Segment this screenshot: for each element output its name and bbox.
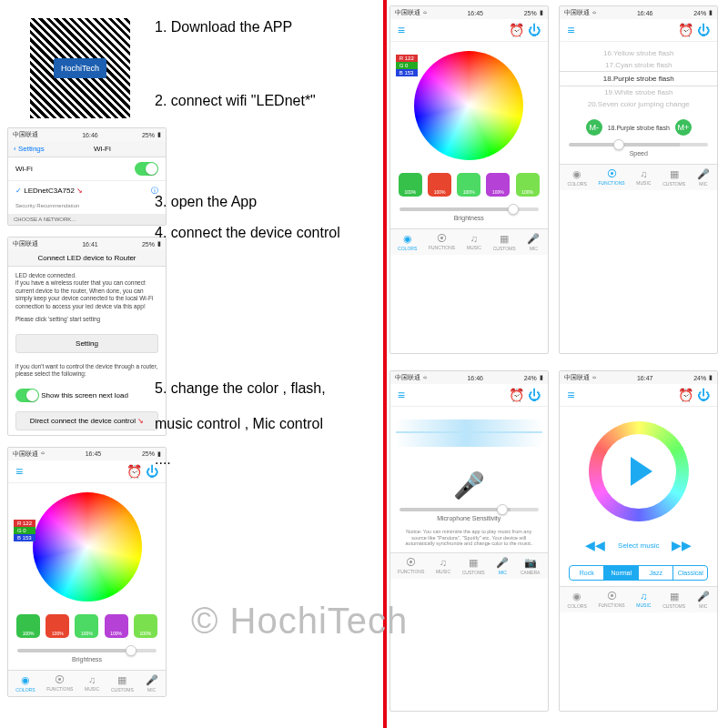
- swatch[interactable]: 100%: [516, 173, 540, 197]
- instruction-3: 3. open the App: [155, 193, 340, 212]
- tab-mic[interactable]: 🎤MIC: [527, 233, 540, 251]
- swatch[interactable]: 100%: [75, 614, 98, 638]
- timer-icon[interactable]: ⏰: [509, 388, 524, 402]
- power-icon[interactable]: ⏻: [528, 388, 541, 402]
- swatch[interactable]: 100%: [428, 173, 451, 197]
- menu-icon[interactable]: ≡: [398, 388, 405, 402]
- menu-icon[interactable]: ≡: [15, 464, 23, 479]
- tab-mic[interactable]: 🎤MIC: [146, 674, 158, 693]
- check-icon: ✓: [15, 187, 22, 195]
- timer-icon[interactable]: ⏰: [509, 23, 524, 37]
- tab-colors[interactable]: ◉COLORS: [568, 168, 587, 187]
- mic-button[interactable]: 🎤: [390, 460, 548, 504]
- tab-customs[interactable]: ▦CUSTOMS: [493, 233, 516, 251]
- wifi-settings-screenshot: 中国联通 16:46 25%▮ ‹ Settings Wi-Fi Wi-Fi ✓…: [7, 127, 167, 226]
- instruction-list: 1. Download the APP 2. connect wifi "LED…: [155, 18, 340, 470]
- tab-colors[interactable]: ◉COLORS: [568, 591, 587, 609]
- back-button[interactable]: ‹ Settings: [14, 145, 45, 153]
- tab-colors[interactable]: ◉COLORS: [398, 233, 417, 251]
- prev-track-button[interactable]: ◀◀: [585, 538, 605, 552]
- wifi-row-label: Wi-Fi: [15, 165, 33, 173]
- annotation-arrow-icon: ↘: [76, 187, 83, 195]
- battery-label: 25%: [142, 132, 155, 138]
- tab-functions[interactable]: ⦿FUNCTIONS: [598, 591, 624, 609]
- router-title: Connect LED device to Router: [37, 254, 136, 262]
- mic-screenshot: 中国联通 ⌔16:4624%▮ ≡⏰ ⏻ 🎤 Microphone Sensit…: [389, 370, 549, 712]
- play-icon: [631, 457, 652, 486]
- wifi-toggle[interactable]: [135, 162, 158, 176]
- setting-button[interactable]: Setting: [15, 334, 158, 353]
- functions-screenshot: 中国联通 ⌔16:4624%▮ ≡⏰ ⏻ 16.Yellow strobe fl…: [559, 5, 718, 354]
- genre-jazz[interactable]: Jazz: [639, 566, 673, 580]
- network-name[interactable]: LEDnetC3A752: [24, 187, 75, 195]
- power-icon[interactable]: ⏻: [528, 23, 541, 37]
- power-icon[interactable]: ⏻: [697, 388, 710, 402]
- timer-icon[interactable]: ⏰: [678, 23, 693, 37]
- genre-normal[interactable]: Normal: [604, 566, 639, 580]
- swatch[interactable]: 100%: [399, 173, 422, 197]
- swatch[interactable]: 100%: [105, 614, 128, 638]
- mic-notice: Notice: You can minimize the app to play…: [390, 529, 548, 552]
- carrier-label: 中国联通: [13, 130, 38, 139]
- menu-icon[interactable]: ≡: [567, 388, 574, 402]
- tab-mic[interactable]: 🎤MIC: [697, 591, 710, 609]
- music-screenshot: 中国联通 ⌔16:4724%▮ ≡⏰ ⏻ ◀◀ Select music ▶▶ …: [559, 370, 718, 712]
- tab-customs[interactable]: ▦CUSTOMS: [462, 557, 485, 575]
- tab-colors[interactable]: ◉COLORS: [15, 674, 35, 693]
- instruction-5a: 5. change the color , flash,: [155, 379, 340, 399]
- tab-customs[interactable]: ▦CUSTOMS: [662, 168, 685, 187]
- current-mode-label: 18.Purple strobe flash: [608, 125, 670, 131]
- tab-music[interactable]: ♫MUSIC: [636, 168, 651, 187]
- next-track-button[interactable]: ▶▶: [672, 538, 692, 552]
- router-para1: LED device connected. if you have a wire…: [8, 267, 166, 316]
- genre-rock[interactable]: Rock: [570, 566, 604, 580]
- router-connect-screenshot: 中国联通 16:41 25%▮ Connect LED device to Ro…: [7, 237, 167, 436]
- tab-customs[interactable]: ▦CUSTOMS: [662, 591, 685, 609]
- qr-code: HochiTech: [30, 18, 130, 118]
- show-next-toggle[interactable]: [15, 389, 39, 402]
- menu-icon[interactable]: ≡: [567, 23, 574, 37]
- genre-tabs: Rock Normal Jazz Classical: [569, 565, 708, 581]
- screen-title: Wi-Fi: [94, 145, 111, 153]
- instruction-1: 1. Download the APP: [155, 18, 340, 37]
- preset-swatches: 100% 100% 100% 100% 100%: [8, 611, 166, 645]
- power-icon[interactable]: ⏻: [697, 23, 710, 37]
- swatch[interactable]: 100%: [46, 614, 69, 638]
- tab-music[interactable]: ♫MUSIC: [436, 557, 450, 575]
- instruction-4: 4. connect the device control: [155, 224, 340, 243]
- tab-music[interactable]: ♫MUSIC: [467, 233, 481, 251]
- effect-picker[interactable]: 16.Yellow strobe flash 17.Cyan strobe fl…: [560, 42, 717, 116]
- annotation-arrow-icon: ↘: [137, 417, 144, 425]
- tab-functions[interactable]: ⦿FUNCTIONS: [46, 674, 73, 693]
- tab-music[interactable]: ♫MUSIC: [636, 591, 651, 609]
- select-music-button[interactable]: Select music: [618, 541, 659, 550]
- speed-slider[interactable]: [569, 143, 708, 147]
- instruction-5b: music control , Mic control: [155, 415, 340, 434]
- play-button[interactable]: [589, 421, 689, 521]
- tab-functions[interactable]: ⦿FUNCTIONS: [398, 557, 424, 575]
- swatch[interactable]: 100%: [16, 614, 40, 638]
- tab-functions[interactable]: ⦿FUNCTIONS: [429, 233, 455, 251]
- timer-icon[interactable]: ⏰: [678, 388, 693, 402]
- swatch[interactable]: 100%: [134, 614, 157, 638]
- direct-connect-button[interactable]: Direct connect the device control ↘: [15, 411, 158, 430]
- mode-minus-button[interactable]: M-: [586, 119, 602, 136]
- tab-customs[interactable]: ▦CUSTOMS: [111, 674, 134, 693]
- tab-mic[interactable]: 🎤MIC: [697, 168, 710, 187]
- brightness-slider[interactable]: [17, 649, 157, 652]
- timer-icon[interactable]: ⏰: [126, 464, 142, 479]
- genre-classical[interactable]: Classical: [673, 566, 707, 580]
- swatch[interactable]: 100%: [486, 173, 510, 197]
- mode-plus-button[interactable]: M+: [675, 119, 692, 136]
- brightness-slider[interactable]: [399, 207, 539, 211]
- router-para2: Please click 'setting' start setting: [8, 316, 166, 329]
- color-wheel[interactable]: [414, 51, 523, 160]
- tab-music[interactable]: ♫MUSIC: [85, 674, 99, 693]
- mic-sensitivity-slider[interactable]: [399, 508, 539, 511]
- swatch[interactable]: 100%: [457, 173, 480, 197]
- tab-mic[interactable]: 🎤MIC: [496, 557, 509, 575]
- color-wheel[interactable]: [33, 492, 142, 602]
- tab-camera[interactable]: 📷CAMERA: [521, 557, 540, 575]
- tab-functions[interactable]: ⦿FUNCTIONS: [598, 168, 624, 187]
- menu-icon[interactable]: ≡: [398, 23, 405, 37]
